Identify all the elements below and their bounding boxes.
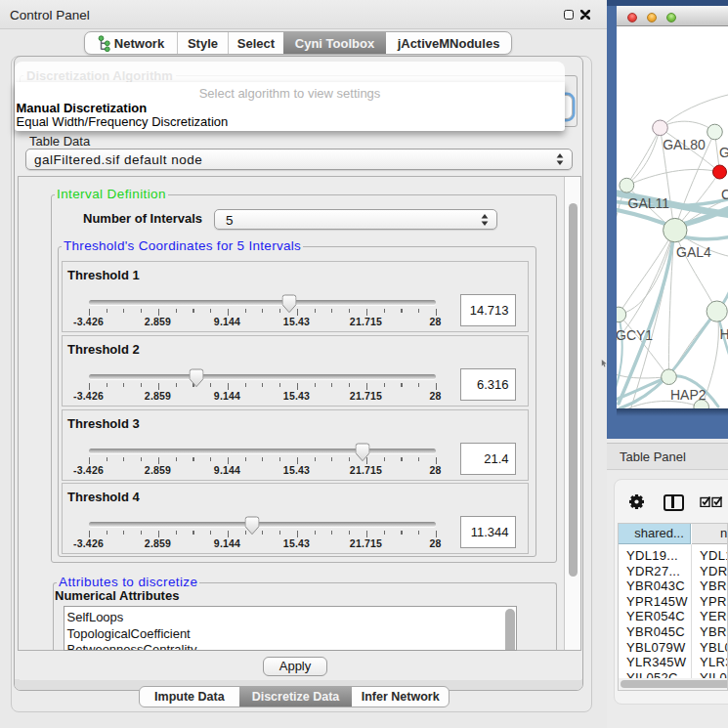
svg-text:GAL80: GAL80 xyxy=(663,137,706,152)
svg-text:GA: GA xyxy=(719,145,728,160)
svg-text:H: H xyxy=(720,326,728,342)
svg-text:HAP2: HAP2 xyxy=(670,387,707,403)
svg-text:C: C xyxy=(721,187,728,202)
svg-text:GAL11: GAL11 xyxy=(628,195,670,211)
svg-text:GCY1: GCY1 xyxy=(617,327,653,343)
svg-text:GAL4: GAL4 xyxy=(676,244,711,260)
